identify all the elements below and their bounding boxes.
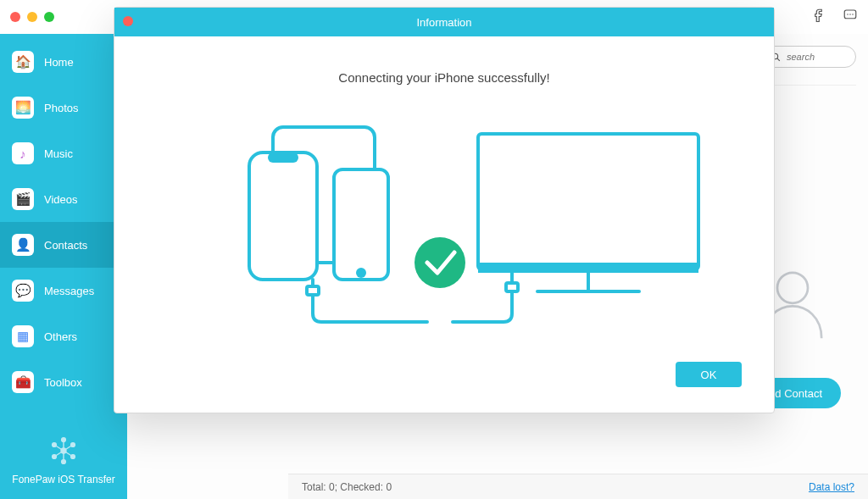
sidebar-item-label: Photos [44,102,78,114]
window-minimize-button[interactable] [27,12,37,22]
svg-point-24 [356,268,366,278]
sidebar-item-toolbox[interactable]: 🧰 Toolbox [0,359,127,405]
svg-rect-23 [334,169,388,280]
content-toolbar [763,46,856,68]
svg-point-16 [53,443,57,447]
svg-point-2 [849,14,851,15]
svg-rect-22 [268,152,298,163]
sidebar-item-photos[interactable]: 🌅 Photos [0,85,127,130]
svg-point-14 [53,455,57,459]
svg-point-8 [71,443,75,447]
photos-icon: 🌅 [12,97,34,119]
contacts-icon: 👤 [12,234,34,256]
dialog-title: Information [416,16,471,29]
dialog-body: Connecting your iPhone successfully! [114,36,774,413]
ok-button[interactable]: OK [676,362,742,387]
brand-logo-icon [49,436,78,465]
svg-rect-26 [307,286,319,295]
sidebar-item-music[interactable]: ♪ Music [0,130,127,176]
sidebar-item-label: Others [44,330,77,343]
sidebar-item-messages[interactable]: 💬 Messages [0,268,127,313]
music-icon: ♪ [12,142,34,164]
dialog-message: Connecting your iPhone successfully! [140,70,748,85]
svg-point-3 [852,14,854,15]
sidebar-item-home[interactable]: 🏠 Home [0,39,127,85]
sidebar-item-label: Contacts [44,239,87,252]
window-close-button[interactable] [10,12,20,22]
svg-point-6 [62,438,66,442]
sidebar-item-others[interactable]: ▦ Others [0,313,127,359]
connection-illustration [140,110,748,330]
sidebar-item-label: Music [44,147,73,160]
status-bar: Total: 0; Checked: 0 Data lost? [288,474,868,499]
titlebar-right [812,0,858,34]
feedback-icon[interactable] [843,8,858,26]
information-dialog: Information Connecting your iPhone succe… [114,7,775,413]
sidebar-item-contacts[interactable]: 👤 Contacts [0,222,127,268]
sidebar-item-videos[interactable]: 🎬 Videos [0,176,127,222]
sidebar-item-label: Messages [44,285,94,297]
svg-point-10 [71,455,75,459]
sidebar-list: 🏠 Home 🌅 Photos ♪ Music 🎬 Videos 👤 Conta… [0,34,127,405]
others-icon: ▦ [12,325,34,347]
svg-point-12 [62,460,66,464]
sidebar-item-label: Toolbox [44,376,82,389]
data-lost-link[interactable]: Data lost? [809,481,854,493]
dialog-close-button[interactable] [123,16,133,26]
status-count-label: Total: 0; Checked: 0 [302,481,392,493]
svg-rect-32 [506,283,518,291]
videos-icon: 🎬 [12,188,34,210]
messages-icon: 💬 [12,280,34,302]
svg-rect-21 [249,152,317,280]
svg-point-19 [777,273,808,303]
toolbox-icon: 🧰 [12,371,34,393]
brand-label: FonePaw iOS Transfer [12,474,114,485]
sidebar-item-label: Home [44,56,74,69]
svg-rect-27 [478,134,698,269]
home-icon: 🏠 [12,51,34,73]
svg-point-33 [415,237,465,288]
sidebar-item-label: Videos [44,193,78,206]
search-input[interactable] [787,52,846,62]
search-field[interactable] [763,46,856,68]
window-maximize-button[interactable] [44,12,54,22]
facebook-icon[interactable] [812,8,827,26]
window-controls [10,12,54,22]
svg-point-1 [847,14,849,15]
brand: FonePaw iOS Transfer [0,436,127,485]
svg-line-18 [777,58,780,61]
dialog-titlebar: Information [114,8,774,36]
sidebar: 🏠 Home 🌅 Photos ♪ Music 🎬 Videos 👤 Conta… [0,34,127,499]
